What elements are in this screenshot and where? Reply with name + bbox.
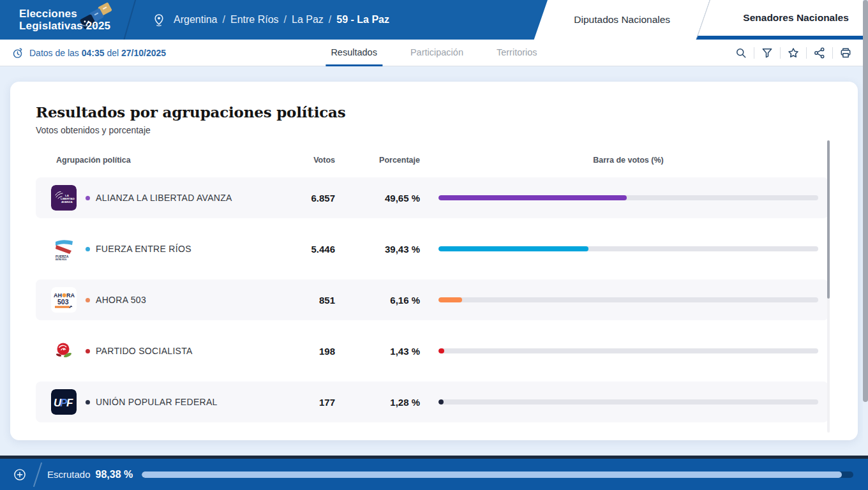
table-row[interactable]: FUERZAENTRE RÍOS FUERZA ENTRE RÍOS 5.446… — [36, 228, 828, 269]
breadcrumb: Argentina / Entre Ríos / La Paz / 59 - L… — [152, 0, 389, 40]
svg-text:503: 503 — [57, 298, 69, 306]
tab-territorios[interactable]: Territorios — [491, 40, 542, 66]
breadcrumb-separator: / — [284, 14, 287, 26]
footer-bar: Escrutado 98,38 % — [0, 456, 868, 490]
party-color-bullet — [86, 400, 90, 405]
party-name: AHORA 503 — [96, 295, 146, 305]
results-rows: LALIBERTADAVANZA ALIANZA LA LIBERTAD AVA… — [36, 177, 828, 422]
escrutado-label: Escrutado — [47, 469, 91, 480]
votes-bar-fill — [438, 297, 462, 302]
top-header: Elecciones Legislativas 2025 — [0, 0, 868, 40]
location-pin-icon — [152, 12, 166, 27]
tab-senadores-nacionales[interactable]: Senadores Nacionales — [696, 0, 868, 40]
fuerza-entre-rios-logo: FUERZAENTRE RÍOS — [51, 236, 77, 262]
ahora-503-logo: AHRA503 — [51, 287, 77, 313]
votes-bar-fill — [438, 399, 444, 405]
toolbar-separator — [780, 47, 781, 59]
party-votes: 5.446 — [278, 244, 335, 255]
app-logo: Elecciones Legislativas 2025 — [19, 8, 110, 32]
print-icon[interactable] — [839, 46, 853, 60]
plus-circle-icon[interactable] — [13, 468, 27, 482]
tab-diputados-nacionales[interactable]: Diputados Nacionales — [534, 0, 710, 40]
votes-bar-track — [438, 297, 818, 302]
svg-text:AVANZA: AVANZA — [61, 200, 73, 204]
breadcrumb-item-la-paz[interactable]: La Paz — [292, 14, 324, 26]
app-logo-line1: Elecciones — [19, 8, 110, 20]
table-header: Agrupación política Votos Porcentaje Bar… — [36, 156, 828, 165]
party-color-bullet — [86, 349, 90, 353]
breadcrumb-separator: / — [223, 14, 225, 26]
party-name: PARTIDO SOCIALISTA — [96, 346, 193, 356]
votes-bar-track — [438, 195, 818, 200]
card-scrollbar-thumb[interactable] — [827, 140, 830, 299]
table-row[interactable]: LALIBERTADAVANZA ALIANZA LA LIBERTAD AVA… — [36, 177, 828, 218]
party-percentage: 1,28 % — [335, 397, 420, 408]
tab-diputados-label: Diputados Nacionales — [574, 14, 670, 26]
party-color-bullet — [86, 298, 90, 302]
scrutinized-bar — [142, 471, 853, 478]
toolbar — [734, 40, 853, 66]
data-timestamp: Datos de las 04:35 del 27/10/2025 — [11, 40, 166, 66]
contest-tabs: Diputados Nacionales Senadores Nacionale… — [534, 0, 868, 40]
breadcrumb-item-argentina[interactable]: Argentina — [174, 14, 218, 26]
party-percentage: 39,43 % — [335, 244, 420, 255]
share-icon[interactable] — [812, 46, 827, 60]
star-icon[interactable] — [786, 46, 800, 60]
alianza-la-libertad-avanza-logo: LALIBERTADAVANZA — [51, 185, 77, 211]
data-timestamp-text: Datos de las 04:35 del 27/10/2025 — [29, 48, 166, 58]
tab-resultados[interactable]: Resultados — [326, 40, 382, 66]
party-name: FUERZA ENTRE RÍOS — [96, 244, 191, 254]
partido-socialista-logo — [51, 338, 77, 364]
column-barra: Barra de votos (%) — [438, 156, 818, 165]
votes-bar-fill — [438, 348, 444, 353]
party-percentage: 6,16 % — [335, 295, 420, 306]
window-scrollbar — [863, 0, 868, 456]
votes-bar-track — [438, 348, 818, 353]
toolbar-separator — [754, 47, 754, 59]
search-icon[interactable] — [734, 46, 748, 60]
party-votes: 6.857 — [278, 193, 335, 204]
breadcrumb-item-entre-rios[interactable]: Entre Ríos — [230, 14, 279, 26]
view-tabs: Resultados Participación Territorios — [326, 40, 542, 66]
results-card: Resultados por agrupaciones políticas Vo… — [10, 82, 858, 440]
party-votes: 177 — [278, 397, 335, 408]
party-votes: 851 — [278, 295, 335, 306]
tab-participacion[interactable]: Participación — [405, 40, 468, 66]
svg-text:F: F — [66, 397, 73, 409]
party-color-bullet — [86, 196, 90, 200]
footer-diagonal-divider — [33, 462, 42, 487]
breadcrumb-separator: / — [329, 14, 331, 26]
sub-header: Datos de las 04:35 del 27/10/2025 Result… — [0, 40, 868, 66]
union-popular-federal-logo: UPF — [51, 389, 77, 415]
filter-icon[interactable] — [760, 46, 774, 60]
scrutinized-bar-fill — [142, 471, 842, 478]
breadcrumb-current-59-la-paz: 59 - La Paz — [336, 14, 389, 26]
party-percentage: 49,65 % — [335, 193, 420, 204]
window-scrollbar-thumb[interactable] — [863, 0, 868, 402]
column-agrupacion: Agrupación política — [36, 156, 278, 165]
clock-refresh-icon — [11, 47, 24, 59]
tab-senadores-label: Senadores Nacionales — [743, 12, 848, 24]
party-name: UNIÓN POPULAR FEDERAL — [96, 397, 218, 407]
toolbar-separator — [832, 47, 833, 59]
party-name: ALIANZA LA LIBERTAD AVANZA — [96, 193, 232, 203]
party-votes: 198 — [278, 346, 335, 357]
toolbar-separator — [806, 47, 807, 59]
column-votos: Votos — [278, 156, 335, 165]
table-row[interactable]: AHRA503 AHORA 503 851 6,16 % — [36, 279, 828, 320]
escrutado-percent: 98,38 % — [96, 469, 133, 480]
votes-bar-fill — [438, 195, 627, 200]
card-scrollbar — [827, 140, 830, 433]
votes-bar-track — [438, 246, 818, 251]
app-logo-line2: Legislativas 2025 — [19, 20, 110, 32]
card-subtitle: Votos obtenidos y porcentaje — [36, 125, 828, 135]
table-row[interactable]: UPF UNIÓN POPULAR FEDERAL 177 1,28 % — [36, 382, 828, 422]
party-percentage: 1,43 % — [335, 346, 420, 357]
votes-bar-track — [438, 399, 818, 405]
party-color-bullet — [86, 247, 90, 251]
table-row[interactable]: PARTIDO SOCIALISTA 198 1,43 % — [36, 330, 828, 371]
card-title: Resultados por agrupaciones políticas — [36, 103, 828, 121]
votes-bar-fill — [438, 246, 588, 251]
column-porcentaje: Porcentaje — [335, 156, 420, 165]
svg-text:ENTRE RÍOS: ENTRE RÍOS — [56, 258, 66, 261]
